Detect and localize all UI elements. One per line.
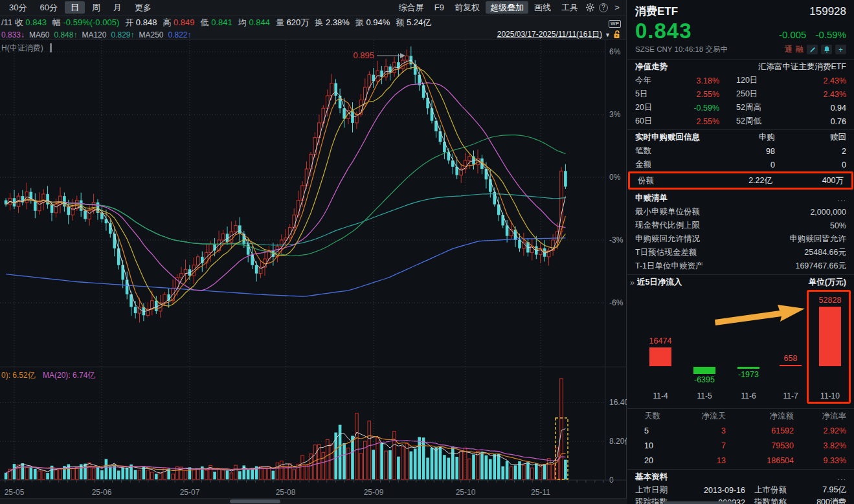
period-tab-60分[interactable]: 60分 [34, 1, 63, 14]
chart-region: 30分60分日周月更多 综合屏F9前复权超级叠加画线工具 ? > /11 收 0… [0, 0, 627, 504]
info-panel: 消费ETF 159928 0.843 -0.005-0.59% SZSE CNY… [627, 0, 854, 504]
svg-text:25-11: 25-11 [531, 488, 550, 497]
nav-row: 5日2.55% 250日2.43% [627, 87, 854, 101]
stat-item: 开 0.848 [125, 17, 157, 27]
col-redeem: 赎回 [775, 132, 846, 143]
nav-label: 120日 [736, 75, 824, 86]
tool-综合屏[interactable]: 综合屏 [394, 1, 429, 14]
col-subscribe: 申购 [700, 132, 775, 143]
stat-item: 幅 -0.59%(-0.005) [52, 17, 119, 27]
chart-horizontal-scrollbar[interactable] [0, 498, 627, 504]
etf-code: 159928 [809, 5, 846, 18]
svg-text:25-08: 25-08 [276, 488, 296, 497]
redemption-row: 现金替代比例上限50% [627, 219, 854, 232]
range-dropdown-icon[interactable]: ▼ [605, 32, 611, 38]
ma-legend-item: 0.822↑ [168, 30, 192, 39]
table-row: 10 7 79530 3.82% [627, 438, 854, 453]
row-value: 2,000,000 [700, 208, 846, 217]
row-label: 上市日期 [635, 485, 675, 496]
tool-前复权[interactable]: 前复权 [450, 1, 484, 14]
edit-pencil-icon[interactable] [807, 45, 818, 54]
unlock-icon[interactable] [613, 30, 621, 39]
period-tab-30分[interactable]: 30分 [3, 1, 32, 14]
scrollbar-thumb[interactable] [230, 499, 280, 503]
last-price: 0.843 [635, 19, 692, 43]
help-icon[interactable]: ? [599, 3, 608, 12]
ma-legend: 0.833↓MA600.848↑MA1200.829↑MA2500.822↑ [1, 30, 196, 39]
inflow-bar-11-6 [737, 367, 759, 369]
cell: 20 [635, 456, 674, 465]
nav-label: 5日 [635, 89, 673, 100]
cell: 186504 [726, 456, 794, 465]
ma-legend-item: 0.833↓ [1, 30, 25, 39]
row-label: 上市份额 [754, 485, 822, 496]
panel-scrollbar[interactable] [663, 501, 734, 504]
chevron-right-icon[interactable]: > [611, 2, 624, 14]
tool-工具[interactable]: 工具 [557, 1, 583, 14]
row-label: 现金替代比例上限 [635, 220, 700, 231]
tool-F9[interactable]: F9 [430, 1, 449, 14]
ma-legend-item: MA60 [29, 30, 49, 39]
stat-item: 低 0.841 [201, 17, 232, 27]
etf-name: 消费ETF [635, 4, 678, 19]
inflow-date-label: 11-5 [682, 391, 727, 400]
row-value: 2 [775, 147, 846, 156]
kline-chart-svg[interactable]: 25-0525-0625-0725-0825-0925-1025-116%3%0… [0, 40, 627, 504]
table-row: 5 3 61592 2.92% [627, 423, 854, 438]
collapse-chevrons-icon[interactable]: » [630, 278, 635, 287]
row-value: 7.95亿 [822, 485, 846, 496]
purchase-row-share: 份额 2.22亿 400万 [630, 173, 851, 188]
gear-icon[interactable] [583, 2, 596, 14]
row-label: 笔数 [635, 146, 651, 157]
stat-item: 振 0.94% [355, 17, 390, 27]
net-inflow-chart: 1647411-4-639511-5-197311-665811-7528281… [627, 289, 854, 407]
row-label: T-1日单位申赎资产 [635, 261, 704, 272]
svg-text:25-07: 25-07 [180, 488, 200, 497]
alert-bell-icon[interactable] [821, 45, 832, 54]
row-label: 申购赎回允许情况 [635, 234, 700, 245]
nav-row: 60日2.55% 52周低0.76 [627, 115, 854, 128]
cell: 5 [635, 426, 674, 435]
redemption-section-header: 申赎清单 ... [627, 192, 854, 205]
quote-stats-bar: /11 收 0.843幅 -0.59%(-0.005)开 0.848高 0.84… [0, 16, 626, 30]
svg-text:-3%: -3% [609, 236, 624, 245]
trading-terminal: 30分60分日周月更多 综合屏F9前复权超级叠加画线工具 ? > /11 收 0… [0, 0, 854, 504]
tool-画线[interactable]: 画线 [530, 1, 556, 14]
svg-text:3%: 3% [609, 110, 621, 119]
ma-legend-bar: 0.833↓MA600.848↑MA1200.829↑MA2500.822↑ 2… [0, 30, 626, 40]
svg-text:-6%: -6% [609, 298, 624, 307]
col-header: 净流额 [726, 411, 794, 422]
period-tab-日[interactable]: 日 [65, 1, 85, 14]
stat-item: 量 620万 [276, 17, 309, 27]
row-label: 最小申赎单位份额 [635, 206, 700, 217]
cell: 9.33% [794, 456, 846, 465]
svg-text:H(中证消费): H(中证消费) [1, 43, 43, 52]
nav-row: 20日-0.59% 52周高0.94 [627, 101, 854, 115]
purchase-row: 笔数 98 2 [627, 144, 854, 158]
margin-badge-rong: 融 [796, 44, 803, 55]
stat-item: 高 0.849 [163, 17, 194, 27]
row-value: 2013-09-16 [675, 486, 745, 495]
redemption-row: 申购赎回允许情况申购赎回皆允许 [627, 232, 854, 246]
period-tab-周[interactable]: 周 [86, 1, 106, 14]
tools-group: 综合屏F9前复权超级叠加画线工具 [394, 2, 583, 14]
inflow-date-label: 11-4 [638, 391, 683, 400]
more-icon[interactable]: ... [838, 473, 846, 482]
nav-value: 2.55% [673, 90, 719, 99]
nav-label: 250日 [736, 89, 824, 100]
more-icon[interactable]: ... [838, 194, 846, 203]
inflow-date-label: 11-6 [726, 391, 771, 400]
kline-chart-area[interactable]: 25-0525-0625-0725-0825-0925-1025-116%3%0… [0, 40, 627, 504]
tool-超级叠加[interactable]: 超级叠加 [486, 1, 528, 14]
period-tab-更多[interactable]: 更多 [129, 1, 157, 14]
date-range[interactable]: 2025/03/17-2025/11/11(161日) [497, 30, 602, 40]
svg-text:25-10: 25-10 [456, 488, 476, 497]
add-plus-icon[interactable]: + [835, 45, 846, 54]
flow-title: 近5日净流入 [637, 277, 682, 288]
period-tab-月[interactable]: 月 [107, 1, 128, 14]
wp-icon[interactable]: WP [609, 17, 621, 28]
flow-section-header: » 近5日净流入 单位(万元) [627, 276, 854, 289]
inflow-value-label: 16474 [638, 336, 683, 345]
nav-label: 20日 [635, 102, 673, 113]
row-value: 0 [775, 160, 846, 170]
